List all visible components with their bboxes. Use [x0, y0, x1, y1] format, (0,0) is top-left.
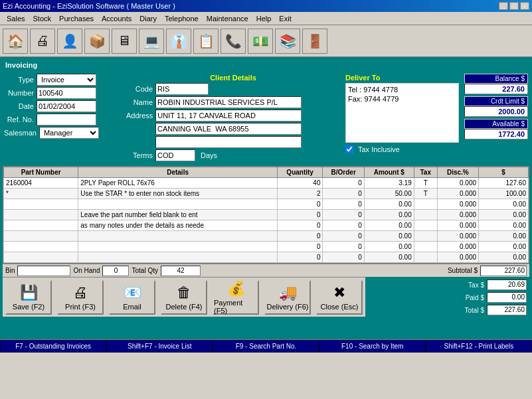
toolbar-btn-1[interactable]: 🏠: [3, 29, 28, 54]
toolbar-btn-4[interactable]: 📦: [84, 29, 110, 54]
cell-disc[interactable]: 0.000: [437, 210, 478, 220]
save-button[interactable]: 💾 Save (F2): [5, 280, 52, 315]
cell-part-number[interactable]: *: [4, 189, 78, 199]
cell-amount[interactable]: 0.00: [364, 199, 414, 210]
cell-part-number[interactable]: [4, 242, 78, 252]
salesman-select[interactable]: Manager: [39, 127, 99, 139]
shortcut-shift-f7[interactable]: Shift+F7 - Invoice List: [106, 340, 213, 353]
cell-quantity[interactable]: 0: [277, 231, 323, 242]
cell-amount[interactable]: 0.00: [364, 231, 414, 242]
window-controls[interactable]: _ □ ×: [499, 2, 529, 10]
cell-tax[interactable]: [414, 252, 437, 263]
cell-tax[interactable]: [414, 220, 437, 231]
cell-value[interactable]: 0.00: [479, 210, 529, 220]
cell-part-number[interactable]: [4, 220, 78, 231]
cell-tax[interactable]: [414, 242, 437, 252]
cell-amount[interactable]: 3.19: [364, 178, 414, 189]
cell-details[interactable]: [78, 242, 278, 252]
shortcut-f10[interactable]: F10 - Search by Item: [319, 340, 426, 353]
cell-value[interactable]: 100.00: [479, 189, 529, 199]
cell-disc[interactable]: 0.000: [437, 189, 478, 199]
address-line1-input[interactable]: [155, 110, 302, 121]
print-button[interactable]: 🖨 Print (F3): [57, 280, 104, 315]
menu-sales[interactable]: Sales: [3, 14, 29, 23]
menu-help[interactable]: Help: [252, 14, 276, 23]
cell-amount[interactable]: 0.00: [364, 220, 414, 231]
cell-value[interactable]: 0.00: [479, 231, 529, 242]
cell-details[interactable]: [78, 231, 278, 242]
cell-tax[interactable]: [414, 231, 437, 242]
cell-details[interactable]: as many notes under the details as neede: [78, 220, 278, 231]
number-input[interactable]: [37, 87, 96, 99]
cell-disc[interactable]: 0.000: [437, 231, 478, 242]
cell-border[interactable]: 0: [323, 178, 364, 189]
toolbar-btn-12[interactable]: 🚪: [302, 29, 327, 54]
type-select[interactable]: Invoice Quote Order: [37, 74, 96, 86]
cell-details[interactable]: Use the STAR * to enter non stock items: [78, 189, 278, 199]
table-row[interactable]: 2160004 2PLY Paper ROLL 76x76 40 0 3.19 …: [4, 178, 529, 189]
cell-border[interactable]: 0: [323, 220, 364, 231]
code-input[interactable]: [155, 83, 209, 95]
address-line3-input[interactable]: [155, 136, 302, 148]
toolbar-btn-3[interactable]: 👤: [57, 29, 82, 54]
table-row[interactable]: Leave the part number field blank to ent…: [4, 210, 529, 220]
cell-part-number[interactable]: 2160004: [4, 178, 78, 189]
toolbar-btn-5[interactable]: 🖥: [112, 29, 137, 54]
cell-quantity[interactable]: 0: [277, 210, 323, 220]
menu-stock[interactable]: Stock: [29, 14, 56, 23]
cell-amount[interactable]: 0.00: [364, 252, 414, 263]
cell-disc[interactable]: 0.000: [437, 178, 478, 189]
cell-border[interactable]: 0: [323, 231, 364, 242]
menu-exit[interactable]: Exit: [275, 14, 295, 23]
cell-details[interactable]: 2PLY Paper ROLL 76x76: [78, 178, 278, 189]
menu-accounts[interactable]: Accounts: [98, 14, 135, 23]
toolbar-btn-11[interactable]: 📚: [275, 29, 300, 54]
shortcut-shift-f12[interactable]: Shift+F12 - Print Labels: [426, 340, 532, 353]
payment-button[interactable]: 💰 Payment (F5): [213, 280, 259, 315]
cell-border[interactable]: 0: [323, 199, 364, 210]
cell-amount[interactable]: 0.00: [364, 242, 414, 252]
tax-inclusive-checkbox[interactable]: [345, 145, 353, 153]
table-row[interactable]: * Use the STAR * to enter non stock item…: [4, 189, 529, 199]
cell-border[interactable]: 0: [323, 252, 364, 263]
cell-value[interactable]: 0.00: [479, 220, 529, 231]
email-button[interactable]: 📧 Email: [109, 280, 155, 315]
cell-amount[interactable]: 0.00: [364, 210, 414, 220]
cell-part-number[interactable]: [4, 199, 78, 210]
date-input[interactable]: [37, 100, 96, 112]
table-row[interactable]: 0 0 0.00 0.000 0.00: [4, 242, 529, 252]
cell-part-number[interactable]: [4, 210, 78, 220]
table-row[interactable]: as many notes under the details as neede…: [4, 220, 529, 231]
cell-tax[interactable]: T: [414, 189, 437, 199]
table-row[interactable]: 0 0 0.00 0.000 0.00: [4, 231, 529, 242]
toolbar-btn-8[interactable]: 📋: [193, 29, 219, 54]
shortcut-f9[interactable]: F9 - Search Part No.: [213, 340, 319, 353]
toolbar-btn-2[interactable]: 🖨: [30, 29, 55, 54]
cell-value[interactable]: 0.00: [479, 242, 529, 252]
name-input[interactable]: [155, 96, 302, 108]
cell-value[interactable]: 0.00: [479, 199, 529, 210]
cell-quantity[interactable]: 0: [277, 252, 323, 263]
cell-value[interactable]: 127.60: [479, 178, 529, 189]
cell-tax[interactable]: [414, 210, 437, 220]
toolbar-btn-6[interactable]: 💻: [139, 29, 164, 54]
cell-details[interactable]: [78, 199, 278, 210]
delivery-button[interactable]: 🚚 Delivery (F6): [264, 280, 311, 315]
menu-maintenance[interactable]: Maintenance: [203, 14, 252, 23]
cell-disc[interactable]: 0.000: [437, 242, 478, 252]
menu-purchases[interactable]: Purchases: [55, 14, 98, 23]
bin-input[interactable]: [17, 266, 70, 276]
ref-input[interactable]: [37, 114, 96, 125]
menu-telephone[interactable]: Telephone: [161, 14, 203, 23]
cell-border[interactable]: 0: [323, 189, 364, 199]
menu-diary[interactable]: Diary: [135, 14, 161, 23]
cell-part-number[interactable]: [4, 252, 78, 263]
cell-disc[interactable]: 0.000: [437, 199, 478, 210]
cell-amount[interactable]: 50.00: [364, 189, 414, 199]
cell-tax[interactable]: [414, 199, 437, 210]
address-line2-input[interactable]: [155, 123, 302, 135]
cell-part-number[interactable]: [4, 231, 78, 242]
cell-details[interactable]: [78, 252, 278, 263]
table-row[interactable]: 0 0 0.00 0.000 0.00: [4, 199, 529, 210]
cell-border[interactable]: 0: [323, 210, 364, 220]
